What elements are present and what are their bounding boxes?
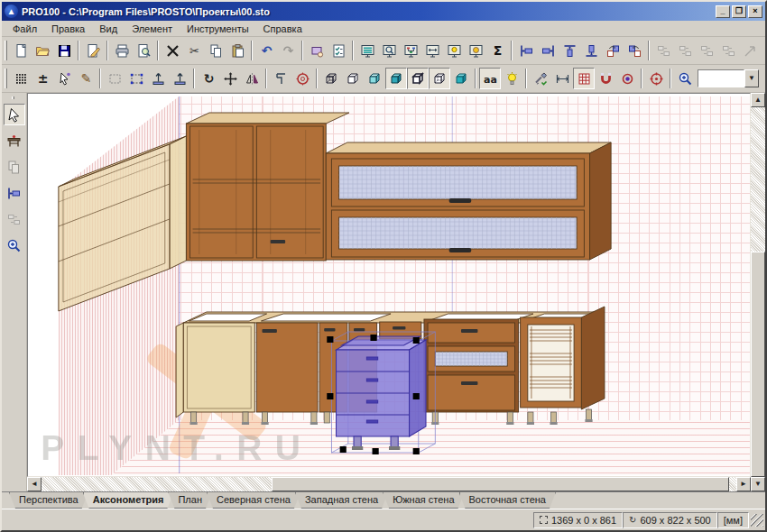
move-to-left[interactable]: [515, 40, 537, 61]
h-track-right[interactable]: [729, 477, 736, 491]
view-textured[interactable]: [385, 68, 407, 89]
zoom-dropdown-button[interactable]: ▼: [744, 69, 759, 87]
maximize-button[interactable]: ❐: [732, 5, 746, 18]
flip-vertical[interactable]: [147, 68, 169, 89]
center-tool[interactable]: [291, 68, 313, 89]
menu-файл[interactable]: Файл: [5, 22, 44, 36]
snap[interactable]: [595, 68, 616, 89]
view-edges[interactable]: [429, 68, 450, 89]
grid[interactable]: [573, 68, 595, 89]
shift-right[interactable]: [674, 40, 696, 61]
v-track[interactable]: [751, 107, 765, 252]
zoom-value-input[interactable]: [698, 69, 744, 87]
rotate-right[interactable]: [624, 40, 645, 61]
v-thumb[interactable]: [751, 252, 765, 477]
tab-план[interactable]: План: [168, 492, 212, 509]
toolbar-grip[interactable]: [5, 41, 7, 60]
shift-up[interactable]: [696, 40, 717, 61]
tab-аксонометрия[interactable]: Аксонометрия: [83, 492, 174, 509]
view-white[interactable]: [342, 68, 364, 89]
view-contours[interactable]: [407, 68, 429, 89]
rotate-left[interactable]: [602, 40, 624, 61]
snap-center[interactable]: [616, 68, 638, 89]
open-project[interactable]: [32, 40, 53, 61]
selection-frame-active[interactable]: [125, 68, 147, 89]
toolbar-grip[interactable]: [12, 96, 14, 99]
dimensions-screen[interactable]: [421, 40, 443, 61]
scroll-down-button[interactable]: ▼: [751, 477, 765, 491]
toolbar-grip[interactable]: [5, 69, 7, 88]
menu-справка[interactable]: Справка: [256, 22, 310, 36]
move-tool[interactable]: [219, 68, 241, 89]
menu-вид[interactable]: Вид: [92, 22, 125, 36]
move-to-bottom[interactable]: [580, 40, 602, 61]
arrange-elements[interactable]: [4, 208, 25, 230]
texture-mode[interactable]: [10, 68, 32, 89]
antialias[interactable]: aa: [479, 68, 501, 89]
price-screen[interactable]: [465, 40, 486, 61]
scroll-up-button[interactable]: ▲: [751, 93, 765, 107]
draw-tool[interactable]: ✎: [75, 68, 97, 89]
rotate-tool[interactable]: ↻: [198, 68, 219, 89]
undo[interactable]: ↶: [255, 40, 277, 61]
horizontal-scrollbar[interactable]: ◄ ►: [27, 477, 751, 491]
shift-left[interactable]: [652, 40, 674, 61]
fittings[interactable]: [530, 68, 551, 89]
new-document[interactable]: [10, 40, 32, 61]
view-color[interactable]: [364, 68, 385, 89]
lighting[interactable]: [501, 68, 522, 89]
tab-перспектива[interactable]: Перспектива: [9, 492, 88, 509]
close-button[interactable]: ×: [748, 5, 762, 18]
workbench[interactable]: [4, 130, 25, 151]
element-properties[interactable]: [306, 40, 328, 61]
design-viewport[interactable]: PLYNT.RU: [27, 93, 751, 477]
center-view[interactable]: [645, 68, 667, 89]
select-tool[interactable]: [53, 68, 75, 89]
move-element[interactable]: [4, 182, 25, 204]
view-solid[interactable]: [450, 68, 472, 89]
structure-screen[interactable]: [400, 40, 421, 61]
vertical-scrollbar[interactable]: ▲ ▼: [751, 93, 765, 491]
cut[interactable]: ✂: [183, 40, 205, 61]
move-to-right[interactable]: [537, 40, 559, 61]
shift-down[interactable]: [717, 40, 739, 61]
report-screen[interactable]: [356, 40, 378, 61]
selection-frame[interactable]: [104, 68, 125, 89]
preview-screen[interactable]: [378, 40, 400, 61]
menu-правка[interactable]: Правка: [44, 22, 92, 36]
view-wireframe[interactable]: [320, 68, 342, 89]
scroll-left-button[interactable]: ◄: [27, 477, 42, 491]
resize-grip[interactable]: [751, 514, 763, 527]
h-thumb[interactable]: [272, 477, 729, 491]
redo[interactable]: ↷: [277, 40, 299, 61]
minimize-button[interactable]: _: [716, 5, 730, 18]
scroll-right-button[interactable]: ►: [736, 477, 751, 491]
lighting-screen[interactable]: [443, 40, 465, 61]
kitchen-drawing[interactable]: [28, 94, 751, 476]
zoom-tool[interactable]: [4, 234, 25, 256]
zoom-out[interactable]: [761, 68, 767, 89]
copy[interactable]: [205, 40, 226, 61]
paste[interactable]: [226, 40, 248, 61]
summary[interactable]: Σ: [486, 40, 508, 61]
select-pointer[interactable]: [4, 104, 25, 125]
tab-северная-стена[interactable]: Северная стена: [207, 492, 300, 509]
tab-восточная-стена[interactable]: Восточная стена: [459, 492, 556, 509]
selected-cabinet[interactable]: [327, 332, 435, 454]
h-track[interactable]: [42, 477, 272, 491]
flip-horizontal[interactable]: [169, 68, 190, 89]
clone-element[interactable]: [4, 156, 25, 178]
move-to-top[interactable]: [559, 40, 580, 61]
menu-элемент[interactable]: Элемент: [125, 22, 180, 36]
push-back[interactable]: [761, 40, 767, 61]
tab-западная-стена[interactable]: Западная стена: [295, 492, 388, 509]
accuracy[interactable]: ±: [32, 68, 53, 89]
delete[interactable]: [162, 40, 183, 61]
corner-tool[interactable]: [270, 68, 291, 89]
save-project[interactable]: [53, 40, 75, 61]
report[interactable]: [82, 40, 104, 61]
dimensions[interactable]: [551, 68, 573, 89]
tab-южная-стена[interactable]: Южная стена: [383, 492, 464, 509]
print[interactable]: [111, 40, 133, 61]
menu-инструменты[interactable]: Инструменты: [180, 22, 256, 36]
